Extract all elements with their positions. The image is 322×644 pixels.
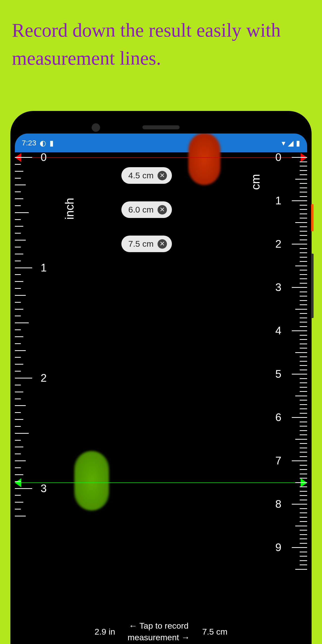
cm-tick bbox=[300, 257, 307, 258]
inch-tick bbox=[15, 226, 23, 227]
cm-tick bbox=[295, 439, 307, 440]
cm-tick bbox=[300, 491, 307, 492]
cm-tick bbox=[292, 460, 307, 461]
inch-tick bbox=[15, 412, 21, 413]
card-icon: ▮ bbox=[50, 139, 54, 148]
close-icon[interactable]: ✕ bbox=[158, 239, 167, 249]
cm-tick bbox=[300, 538, 307, 539]
cm-tick bbox=[300, 465, 307, 466]
inch-tick bbox=[15, 488, 32, 489]
top-measure-line[interactable] bbox=[15, 157, 307, 158]
inch-tick bbox=[15, 157, 32, 158]
status-right: ▾ ◢ ▮ bbox=[282, 139, 300, 148]
cm-tick bbox=[300, 196, 307, 197]
cm-tick bbox=[300, 443, 307, 444]
chip-label: 6.0 cm bbox=[128, 205, 154, 214]
cm-number: 2 bbox=[276, 238, 282, 250]
cm-tick bbox=[300, 174, 307, 175]
cm-tick bbox=[300, 192, 307, 192]
inch-tick bbox=[15, 357, 21, 358]
chip-label: 4.5 cm bbox=[128, 171, 154, 180]
cm-tick bbox=[300, 474, 307, 474]
cm-tick bbox=[300, 495, 307, 496]
bottom-measure-line[interactable] bbox=[15, 482, 307, 483]
cm-tick bbox=[300, 248, 307, 249]
inch-tick bbox=[15, 509, 21, 510]
measurement-chip[interactable]: 7.5 cm✕ bbox=[121, 236, 172, 252]
inch-tick bbox=[15, 446, 23, 447]
cm-tick bbox=[295, 569, 307, 570]
cm-tick bbox=[300, 283, 307, 284]
inch-tick bbox=[15, 481, 21, 482]
ruler-area[interactable]: inch cm 4.5 cm✕6.0 cm✕7.5 cm✕ 2.9 in ← T… bbox=[15, 152, 307, 644]
cm-number-0: 0 bbox=[276, 151, 282, 164]
inch-tick bbox=[15, 274, 21, 275]
inch-tick bbox=[15, 419, 23, 420]
inch-tick bbox=[15, 454, 21, 454]
inch-tick bbox=[15, 378, 32, 378]
measurement-chip[interactable]: 6.0 cm✕ bbox=[121, 201, 172, 218]
cm-number: 9 bbox=[276, 541, 282, 554]
cm-tick bbox=[295, 266, 307, 266]
cm-tick bbox=[300, 313, 307, 314]
close-icon[interactable]: ✕ bbox=[158, 171, 167, 180]
bottom-readout: 2.9 in ← Tap to recordmeasurement → 7.5 … bbox=[15, 620, 307, 644]
status-bar: 7:23 ◐ ▮ ▾ ◢ ▮ bbox=[15, 134, 307, 152]
inch-tick bbox=[15, 219, 21, 220]
cm-tick bbox=[300, 209, 307, 210]
cm-tick bbox=[300, 235, 307, 236]
cm-number: 1 bbox=[276, 194, 282, 207]
cm-tick bbox=[300, 370, 307, 370]
inch-tick bbox=[15, 392, 23, 392]
cm-tick bbox=[295, 526, 307, 526]
cm-tick bbox=[300, 166, 307, 166]
cm-tick bbox=[292, 547, 307, 548]
cm-tick bbox=[300, 387, 307, 388]
inch-tick bbox=[15, 260, 21, 261]
cm-tick bbox=[300, 252, 307, 253]
cm-tick bbox=[292, 374, 307, 374]
inch-tick bbox=[15, 198, 23, 199]
cm-tick bbox=[295, 179, 307, 180]
cm-tick bbox=[292, 330, 307, 331]
inch-tick bbox=[15, 460, 26, 461]
cm-tick bbox=[295, 222, 307, 223]
inch-number: 1 bbox=[40, 262, 46, 274]
cm-tick bbox=[300, 434, 307, 435]
inch-tick bbox=[15, 330, 21, 330]
cm-tick bbox=[300, 400, 307, 400]
cm-number: 4 bbox=[276, 324, 282, 337]
wifi-icon: ▾ bbox=[282, 139, 285, 148]
bottom-thumb-handle[interactable] bbox=[74, 451, 109, 510]
cm-tick bbox=[300, 218, 307, 218]
inch-value: 2.9 in bbox=[94, 627, 115, 636]
top-thumb-handle[interactable] bbox=[188, 134, 220, 185]
signal-icon: ◢ bbox=[288, 139, 294, 148]
cm-tick bbox=[300, 452, 307, 452]
inch-tick bbox=[15, 371, 21, 372]
cm-tick bbox=[300, 552, 307, 552]
cm-tick bbox=[300, 183, 307, 184]
cm-tick bbox=[300, 304, 307, 305]
inch-tick bbox=[15, 184, 26, 185]
phone-speaker bbox=[142, 125, 180, 129]
close-icon[interactable]: ✕ bbox=[158, 205, 167, 214]
cm-tick bbox=[292, 417, 307, 418]
battery-icon: ▮ bbox=[296, 139, 300, 148]
cm-number: 8 bbox=[276, 498, 282, 510]
clock-icon: ◐ bbox=[40, 139, 46, 148]
inch-tick bbox=[15, 247, 21, 248]
cm-tick bbox=[300, 292, 307, 292]
inch-tick bbox=[15, 212, 29, 213]
cm-tick bbox=[300, 517, 307, 518]
measurement-chip[interactable]: 4.5 cm✕ bbox=[121, 167, 172, 184]
cm-tick bbox=[300, 469, 307, 470]
record-hint[interactable]: ← Tap to recordmeasurement → bbox=[128, 620, 190, 644]
cm-tick bbox=[300, 240, 307, 240]
inch-tick bbox=[15, 322, 29, 323]
inch-tick bbox=[15, 309, 23, 310]
cm-tick bbox=[300, 530, 307, 530]
cm-tick bbox=[300, 408, 307, 409]
inch-tick bbox=[15, 398, 21, 399]
cm-tick bbox=[292, 244, 307, 244]
